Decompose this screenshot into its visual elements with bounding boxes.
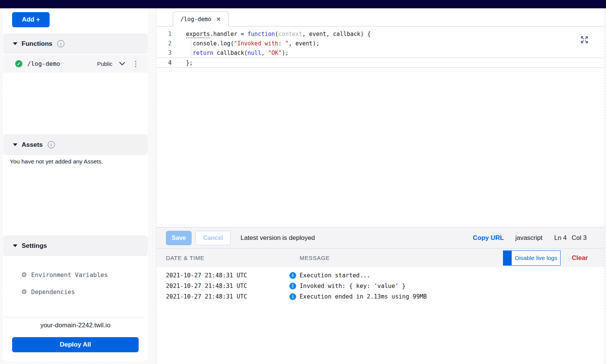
domain-label: your-domain-2242.twil.io — [3, 322, 148, 329]
editor-pane: /log-demo ✕ 1 exports.handler = function… — [156, 8, 605, 364]
function-name: /log-demo — [27, 60, 60, 67]
line-number: 3 — [156, 50, 172, 56]
log-row[interactable]: 2021-10-27 21:48:31 UTC Execution ended … — [156, 291, 604, 302]
column-header-message: MESSAGE — [300, 255, 330, 261]
assets-section-header[interactable]: Assets — [3, 134, 148, 155]
caret-down-icon — [13, 143, 17, 146]
column-header-datetime: DATE & TIME — [166, 255, 300, 261]
code-line[interactable]: 2 console.log("Invoked with: ", event); — [156, 39, 604, 48]
code-text: }; — [186, 59, 193, 66]
function-item-log-demo[interactable]: /log-demo Public ⋮ — [3, 55, 148, 73]
log-list: 2021-10-27 21:48:31 UTC Execution starte… — [156, 267, 604, 302]
assets-section-title: Assets — [22, 141, 43, 149]
editor-status-bar: Save Cancel Latest version is deployed C… — [156, 227, 604, 248]
functions-section-header[interactable]: Functions — [3, 33, 148, 54]
sidebar: Add + Functions /log-demo Public ⋮ Asset… — [3, 8, 148, 361]
log-row[interactable]: 2021-10-27 21:48:31 UTC Invoked with: { … — [156, 281, 604, 291]
settings-section-header[interactable]: Settings — [3, 235, 148, 256]
line-number: 1 — [156, 31, 172, 37]
tab-log-demo[interactable]: /log-demo ✕ — [173, 11, 229, 27]
gear-icon: ⚙ — [21, 288, 27, 296]
caret-down-icon — [13, 42, 17, 45]
status-bar-right: Copy URL javascript Ln 4 Col 3 — [473, 234, 587, 242]
divider — [3, 317, 145, 317]
info-icon — [289, 283, 296, 289]
kebab-menu-icon[interactable]: ⋮ — [132, 60, 139, 67]
tab-label: /log-demo — [181, 16, 211, 23]
assets-empty-message: You have not yet added any Assets. — [10, 158, 103, 165]
deploy-all-button[interactable]: Deploy All — [12, 337, 139, 352]
functions-section-title: Functions — [22, 40, 52, 48]
info-icon[interactable] — [48, 141, 55, 148]
code-line-active[interactable]: 4 }; — [156, 58, 604, 68]
info-icon — [289, 272, 296, 279]
logs-header-actions: Disable live logs Clear — [503, 250, 588, 266]
cursor-line-indicator: Ln 4 — [554, 234, 567, 242]
log-message: Execution started... — [300, 272, 370, 279]
code-editor[interactable]: 1 exports.handler = function(context, ev… — [156, 27, 604, 227]
settings-item-label: Environment Variables — [31, 271, 108, 278]
cancel-button[interactable]: Cancel — [195, 231, 231, 245]
caret-down-icon — [13, 244, 17, 247]
sidebar-item-dependencies[interactable]: ⚙ Dependencies — [21, 286, 75, 298]
info-icon[interactable] — [57, 40, 64, 47]
deployed-check-icon — [15, 60, 22, 67]
deploy-status-text: Latest version is deployed — [241, 234, 315, 242]
settings-section-title: Settings — [22, 242, 47, 250]
log-message: Execution ended in 2.13ms using 99MB — [300, 293, 427, 300]
line-number: 2 — [156, 40, 172, 47]
indent-guide — [191, 48, 191, 58]
code-line[interactable]: 1 exports.handler = function(context, ev… — [156, 29, 604, 39]
copy-url-link[interactable]: Copy URL — [473, 234, 504, 242]
visibility-label: Public — [97, 61, 112, 67]
line-number: 4 — [156, 59, 172, 66]
settings-item-label: Dependencies — [31, 288, 75, 296]
info-icon — [289, 293, 296, 300]
code-text: console.log("Invoked with: ", event); — [186, 40, 319, 47]
cursor-column-indicator: Col 3 — [572, 234, 587, 242]
code-text: exports.handler = function(context, even… — [186, 31, 371, 37]
log-timestamp: 2021-10-27 21:48:31 UTC — [166, 272, 289, 279]
log-row[interactable]: 2021-10-27 21:48:31 UTC Execution starte… — [156, 270, 604, 281]
code-line[interactable]: 3 return callback(null, "OK"); — [156, 48, 604, 58]
language-label: javascript — [515, 234, 542, 242]
clear-logs-button[interactable]: Clear — [572, 254, 588, 262]
disable-live-logs-button[interactable]: Disable live logs — [511, 250, 561, 266]
fullscreen-expand-icon[interactable] — [580, 35, 589, 44]
indent-guide — [191, 39, 191, 48]
gear-icon: ⚙ — [21, 271, 27, 278]
sidebar-item-environment-variables[interactable]: ⚙ Environment Variables — [21, 269, 108, 281]
chevron-down-icon[interactable] — [119, 62, 125, 66]
live-logs-indicator — [503, 250, 511, 266]
code-text: return callback(null, "OK"); — [186, 50, 289, 56]
close-icon[interactable]: ✕ — [216, 16, 221, 23]
logs-header: DATE & TIME MESSAGE Disable live logs Cl… — [156, 248, 604, 267]
top-navigation-bar — [0, 0, 606, 8]
save-button[interactable]: Save — [166, 231, 192, 245]
log-timestamp: 2021-10-27 21:48:31 UTC — [166, 283, 289, 289]
log-timestamp: 2021-10-27 21:48:31 UTC — [166, 293, 289, 300]
add-button[interactable]: Add + — [12, 12, 50, 27]
log-message: Invoked with: { key: 'value' } — [300, 283, 406, 289]
